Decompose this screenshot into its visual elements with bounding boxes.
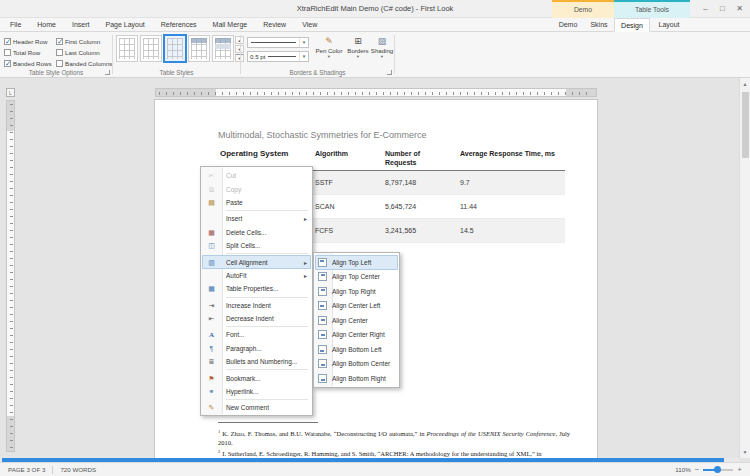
- tab-insert[interactable]: Insert: [64, 18, 98, 32]
- menu-item-table-properties[interactable]: Table Properties...: [202, 282, 311, 295]
- zoom-out-icon[interactable]: [695, 464, 700, 476]
- line-weight-combo[interactable]: 0.5 pt: [247, 51, 309, 62]
- menu-item-bookmark[interactable]: Bookmark...: [202, 371, 311, 384]
- submenu-item-align-bottom-right[interactable]: Align Bottom Right: [315, 371, 398, 386]
- scrollbar-thumb[interactable]: [742, 92, 749, 158]
- menu-item-split-cells[interactable]: Split Cells...: [202, 239, 311, 252]
- submenu-item-align-bottom-left[interactable]: Align Bottom Left: [315, 342, 398, 357]
- checkbox-banded-columns[interactable]: Banded Columns: [56, 58, 112, 68]
- table-style-preview[interactable]: [212, 35, 234, 62]
- chevron-down-icon[interactable]: [299, 38, 308, 47]
- zoom-in-icon[interactable]: [737, 464, 742, 476]
- tab-mail-merge[interactable]: Mail Merge: [205, 18, 256, 32]
- shading-button[interactable]: Shading: [371, 35, 393, 67]
- tab-design[interactable]: Design: [614, 18, 650, 32]
- submenu-item-align-center-right[interactable]: Align Center Right: [315, 328, 398, 343]
- tab-review[interactable]: Review: [255, 18, 294, 32]
- column-header-number-of-requests[interactable]: Number of Requests: [380, 146, 455, 171]
- menu-item-autofit[interactable]: AutoFit: [202, 269, 311, 282]
- tab-demo[interactable]: Demo: [552, 18, 584, 32]
- submenu-item-align-bottom-center[interactable]: Align Bottom Center: [315, 357, 398, 372]
- column-header-average-response-time[interactable]: Average Response Time, ms: [455, 146, 565, 171]
- checkbox-total-row[interactable]: Total Row: [4, 47, 54, 57]
- menu-item-bullets-numbering[interactable]: Bullets and Numbering...: [202, 355, 311, 368]
- checkbox-last-column[interactable]: Last Column: [56, 47, 112, 57]
- submenu-item-align-center[interactable]: Align Center: [315, 313, 398, 328]
- table-cell-algorithm[interactable]: SSTF: [310, 171, 380, 195]
- word-count[interactable]: 720 WORDS: [60, 466, 96, 473]
- table-cell-requests[interactable]: 3,241,565: [380, 219, 455, 243]
- group-divider: [394, 35, 395, 74]
- maximize-icon[interactable]: [714, 0, 731, 18]
- horizontal-ruler[interactable]: [155, 88, 597, 97]
- tab-page-layout[interactable]: Page Layout: [97, 18, 152, 32]
- menu-item-increase-indent[interactable]: Increase Indent: [202, 299, 311, 312]
- menu-item-delete-cells[interactable]: Delete Cells...: [202, 226, 311, 239]
- dialog-launcher-icon[interactable]: [387, 70, 392, 75]
- column-header-algorithm[interactable]: Algorithm: [310, 146, 380, 171]
- minimize-icon[interactable]: [697, 0, 714, 18]
- contextual-category-demo[interactable]: Demo: [552, 0, 614, 18]
- tab-file[interactable]: File: [2, 18, 29, 32]
- borders-button[interactable]: Borders: [345, 35, 371, 67]
- divider: [52, 466, 53, 474]
- vertical-ruler[interactable]: [6, 100, 15, 452]
- menu-item-label: Bookmark...: [221, 375, 261, 382]
- checkbox-header-row[interactable]: Header Row: [4, 36, 54, 46]
- menu-divider: [226, 210, 308, 211]
- menu-item-font[interactable]: Font...: [202, 328, 311, 341]
- ribbon-group-table-style-options: Header Row Total Row Banded Rows First C…: [0, 32, 112, 78]
- menu-item-decrease-indent[interactable]: Decrease Indent: [202, 312, 311, 325]
- paragraph-icon: [202, 342, 221, 355]
- table-styles-gallery: [116, 35, 234, 62]
- zoom-slider-thumb[interactable]: [714, 466, 721, 473]
- table-style-preview[interactable]: [140, 35, 162, 62]
- table-cell-response[interactable]: 11.44: [455, 195, 565, 219]
- tab-stop-selector[interactable]: [6, 88, 15, 97]
- tab-home[interactable]: Home: [29, 18, 64, 32]
- table-cell-response[interactable]: 14.5: [455, 219, 565, 243]
- chevron-down-icon[interactable]: [299, 52, 308, 61]
- menu-item-paragraph[interactable]: Paragraph...: [202, 342, 311, 355]
- zoom-level[interactable]: 110%: [675, 466, 690, 473]
- line-style-combo[interactable]: [247, 37, 309, 48]
- menu-item-cell-alignment[interactable]: Cell Alignment: [202, 255, 311, 268]
- tab-view[interactable]: View: [294, 18, 325, 32]
- contextual-category-table-tools[interactable]: Table Tools: [614, 0, 690, 18]
- close-icon[interactable]: [731, 0, 748, 18]
- zoom-slider[interactable]: [703, 469, 733, 471]
- table-style-preview[interactable]: [188, 35, 210, 62]
- submenu-item-align-top-center[interactable]: Align Top Center: [315, 270, 398, 285]
- table-cell-algorithm[interactable]: FCFS: [310, 219, 380, 243]
- table-cell-requests[interactable]: 8,797,148: [380, 171, 455, 195]
- menu-item-copy[interactable]: Copy: [202, 182, 311, 195]
- table-style-preview-selected[interactable]: [164, 35, 186, 62]
- table-style-preview[interactable]: [116, 35, 138, 62]
- tab-skins[interactable]: Skins: [584, 18, 614, 32]
- menu-item-new-comment[interactable]: New Comment: [202, 401, 311, 414]
- submenu-item-align-center-left[interactable]: Align Center Left: [315, 299, 398, 314]
- scroll-down-icon[interactable]: [740, 446, 750, 458]
- tab-layout[interactable]: Layout: [650, 18, 688, 32]
- submenu-item-align-top-right[interactable]: Align Top Right: [315, 284, 398, 299]
- tab-references[interactable]: References: [153, 18, 205, 32]
- checkbox-first-column[interactable]: First Column: [56, 36, 112, 46]
- align-top-center-icon: [318, 272, 327, 281]
- menu-item-hyperlink[interactable]: Hyperlink...: [202, 385, 311, 398]
- table-cell-requests[interactable]: 5,645,724: [380, 195, 455, 219]
- menu-item-label: Align Center: [327, 317, 368, 324]
- table-cell-algorithm[interactable]: SCAN: [310, 195, 380, 219]
- menu-item-cut[interactable]: Cut: [202, 169, 311, 182]
- submenu-item-align-top-left[interactable]: Align Top Left: [315, 255, 398, 270]
- menu-item-label: Paste: [221, 199, 243, 206]
- dialog-launcher-icon[interactable]: [105, 70, 110, 75]
- checkbox-banded-rows[interactable]: Banded Rows: [4, 58, 54, 68]
- increase-indent-icon: [202, 299, 221, 312]
- pen-color-button[interactable]: Pen Color: [315, 35, 343, 67]
- page-indicator[interactable]: PAGE 3 OF 3: [8, 466, 45, 473]
- table-cell-response[interactable]: 9.7: [455, 171, 565, 195]
- menu-item-paste[interactable]: Paste: [202, 196, 311, 209]
- scroll-up-icon[interactable]: [740, 78, 750, 90]
- vertical-scrollbar[interactable]: [739, 78, 750, 458]
- menu-item-insert[interactable]: Insert: [202, 212, 311, 225]
